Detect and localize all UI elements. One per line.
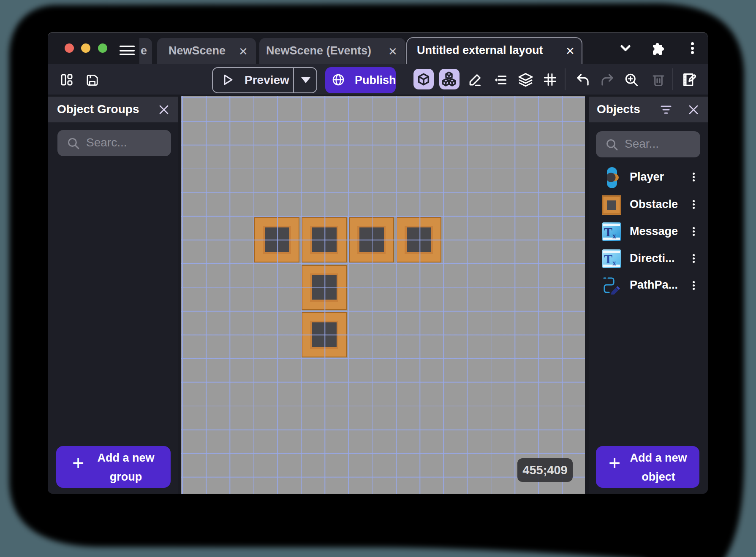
- svg-text:T: T: [604, 252, 612, 266]
- svg-text:x: x: [612, 232, 616, 240]
- svg-text:T: T: [604, 225, 612, 239]
- svg-text:x: x: [612, 259, 616, 267]
